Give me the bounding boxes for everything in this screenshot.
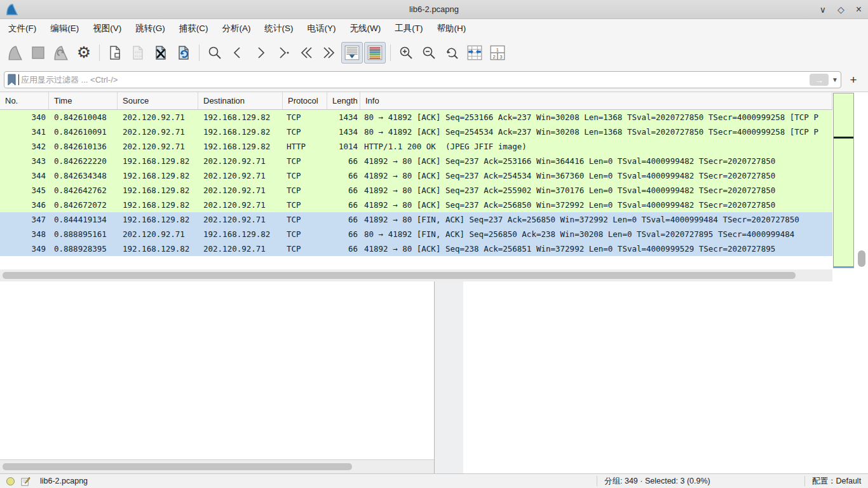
cell-no: 344 <box>0 168 49 183</box>
filter-bar: 应用显示过滤器 ... <Ctrl-/> → ▼ + <box>0 67 868 92</box>
cell-source: 202.120.92.71 <box>118 110 198 125</box>
packet-row[interactable]: 343 0.842622220 192.168.129.82 202.120.9… <box>0 154 832 168</box>
menu-help[interactable]: 帮助(H) <box>430 19 473 37</box>
start-capture-icon[interactable] <box>4 42 26 64</box>
close-button[interactable]: × <box>856 0 862 19</box>
packet-row[interactable]: 340 0.842610048 202.120.92.71 192.168.12… <box>0 110 832 125</box>
layout-icon[interactable]: 123 <box>487 42 508 64</box>
zoom-reset-icon[interactable] <box>441 42 463 64</box>
toolbar-separator <box>99 44 100 61</box>
column-header-no[interactable]: No. <box>0 92 49 109</box>
svg-text:0110: 0110 <box>135 54 142 58</box>
cell-info: 80 → 41892 [ACK] Seq=254534 Ack=237 Win=… <box>360 125 832 139</box>
go-forward-icon[interactable] <box>250 42 271 64</box>
find-packet-icon[interactable] <box>204 42 226 64</box>
menu-wireless[interactable]: 无线(W) <box>343 19 388 37</box>
intelligent-scrollbar-minimap[interactable] <box>833 93 854 268</box>
details-hscrollbar-thumb[interactable] <box>3 463 352 470</box>
zoom-out-icon[interactable] <box>418 42 440 64</box>
menu-telephony[interactable]: 电话(Y) <box>301 19 343 37</box>
auto-scroll-icon[interactable] <box>341 42 363 64</box>
minimize-button[interactable]: ∨ <box>820 0 826 19</box>
menu-capture[interactable]: 捕获(C) <box>172 19 215 37</box>
packet-row[interactable]: 347 0.844419134 192.168.129.82 202.120.9… <box>0 212 832 227</box>
column-header-source[interactable]: Source <box>118 92 198 109</box>
expert-info-icon[interactable] <box>6 477 15 485</box>
cell-time: 0.842634348 <box>49 168 118 183</box>
packet-row[interactable]: 349 0.888928395 192.168.129.82 202.120.9… <box>0 241 832 256</box>
hscrollbar-thumb[interactable] <box>3 272 796 279</box>
go-last-icon[interactable] <box>318 42 340 64</box>
cell-info: 41892 → 80 [FIN, ACK] Seq=237 Ack=256850… <box>360 212 832 227</box>
cell-destination: 202.120.92.71 <box>198 212 283 227</box>
packet-row[interactable]: 345 0.842642762 192.168.129.82 202.120.9… <box>0 183 832 198</box>
save-file-icon[interactable]: 01010110 <box>127 42 149 64</box>
resize-columns-icon[interactable] <box>464 42 485 64</box>
vertical-scrollbar-thumb[interactable] <box>858 250 865 267</box>
cell-time: 0.842610136 <box>49 139 118 154</box>
colorize-icon[interactable] <box>364 42 386 64</box>
packet-row[interactable]: 342 0.842610136 202.120.92.71 192.168.12… <box>0 139 832 154</box>
details-hscrollbar[interactable] <box>0 459 434 473</box>
menu-view[interactable]: 视图(V) <box>86 19 128 37</box>
open-file-icon[interactable] <box>104 42 126 64</box>
cell-length: 66 <box>327 168 360 183</box>
go-back-icon[interactable] <box>227 42 248 64</box>
status-file-name[interactable]: lib6-2.pcapng <box>40 474 88 488</box>
column-header-info[interactable]: Info <box>360 92 832 109</box>
menu-go[interactable]: 跳转(G) <box>128 19 172 37</box>
cell-source: 202.120.92.71 <box>118 227 198 241</box>
close-file-icon[interactable] <box>150 42 172 64</box>
capture-comment-icon[interactable] <box>21 477 31 486</box>
menu-file[interactable]: 文件(F) <box>1 19 43 37</box>
menu-edit[interactable]: 编辑(E) <box>43 19 86 37</box>
cell-time: 0.844419134 <box>49 212 118 227</box>
go-first-icon[interactable] <box>295 42 317 64</box>
packet-bytes-pane[interactable] <box>463 281 868 473</box>
column-header-length[interactable]: Length <box>327 92 360 109</box>
packet-row[interactable]: 344 0.842634348 192.168.129.82 202.120.9… <box>0 168 832 183</box>
cell-destination: 202.120.92.71 <box>198 198 283 212</box>
packet-list-header: No. Time Source Destination Protocol Len… <box>0 92 832 110</box>
cell-no: 343 <box>0 154 49 168</box>
maximize-button[interactable]: ◇ <box>837 0 844 19</box>
filter-placeholder: 应用显示过滤器 ... <Ctrl-/> <box>21 74 118 86</box>
svg-text:1: 1 <box>496 46 499 52</box>
capture-options-icon[interactable]: ⚙ <box>73 42 95 64</box>
apply-filter-button[interactable]: → <box>810 74 829 86</box>
chevron-down-icon[interactable]: ▼ <box>832 76 838 83</box>
status-profile[interactable]: 配置：Default <box>812 474 861 488</box>
packet-row[interactable]: 346 0.842672072 192.168.129.82 202.120.9… <box>0 198 832 212</box>
column-header-protocol[interactable]: Protocol <box>283 92 327 109</box>
cell-destination: 202.120.92.71 <box>198 154 283 168</box>
column-header-time[interactable]: Time <box>49 92 118 109</box>
toolbar-separator <box>199 44 200 61</box>
cell-no: 340 <box>0 110 49 125</box>
go-to-packet-icon[interactable] <box>273 42 294 64</box>
menu-analyze[interactable]: 分析(A) <box>215 19 258 37</box>
packet-details-pane[interactable] <box>0 281 435 473</box>
zoom-in-icon[interactable] <box>395 42 417 64</box>
main-toolbar: ⚙ 01010110 <box>0 37 868 67</box>
column-header-destination[interactable]: Destination <box>198 92 283 109</box>
stop-capture-icon[interactable] <box>27 42 49 64</box>
cell-source: 192.168.129.82 <box>118 154 198 168</box>
menu-tools[interactable]: 工具(T) <box>388 19 430 37</box>
cell-info: 80 → 41892 [FIN, ACK] Seq=256850 Ack=238… <box>360 227 832 241</box>
packet-row[interactable]: 348 0.888895161 202.120.92.71 192.168.12… <box>0 227 832 241</box>
reload-file-icon[interactable] <box>173 42 194 64</box>
cell-protocol: TCP <box>283 154 327 168</box>
pane-splitter[interactable] <box>435 281 463 473</box>
cell-time: 0.888895161 <box>49 227 118 241</box>
menu-statistics[interactable]: 统计(S) <box>258 19 301 37</box>
add-filter-button[interactable]: + <box>844 71 863 88</box>
restart-capture-icon[interactable] <box>50 42 72 64</box>
cell-length: 66 <box>327 183 360 198</box>
bookmark-icon[interactable] <box>7 74 17 86</box>
packet-row[interactable]: 341 0.842610091 202.120.92.71 192.168.12… <box>0 125 832 139</box>
cell-protocol: TCP <box>283 227 327 241</box>
cell-length: 1434 <box>327 125 360 139</box>
cell-length: 66 <box>327 198 360 212</box>
packet-list-hscrollbar[interactable] <box>0 269 832 281</box>
display-filter-input[interactable]: 应用显示过滤器 ... <Ctrl-/> → ▼ <box>4 71 841 88</box>
